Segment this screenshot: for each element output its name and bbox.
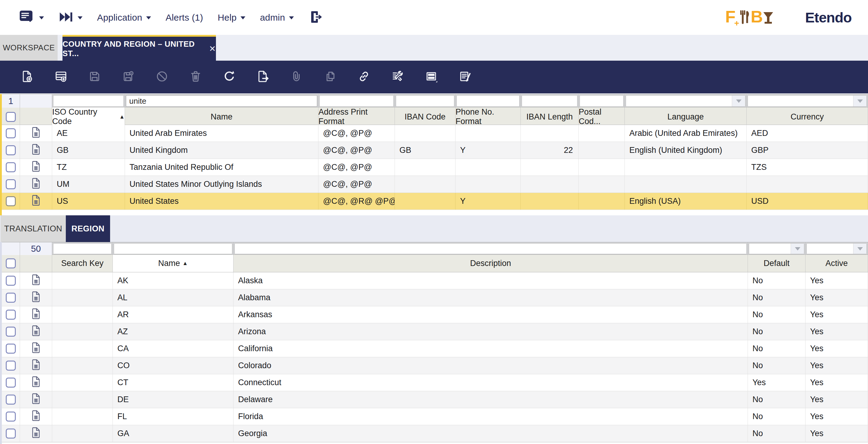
cell-active[interactable]: Yes [806,306,868,323]
subtab-region[interactable]: REGION [66,215,110,242]
cell-default[interactable]: Yes [748,374,806,391]
cell-name[interactable]: United States Minor Outlying Islands [125,176,318,193]
cell-name[interactable]: CA [113,340,234,357]
filter-description-input[interactable] [235,243,747,254]
table-row[interactable]: USUnited States@C@, @R@ @P@YEnglish (USA… [2,193,868,210]
column-header-name[interactable]: Name [125,107,318,126]
cell-active[interactable]: Yes [806,425,868,442]
table-row[interactable]: UMUnited States Minor Outlying Islands@C… [2,176,868,193]
cell-description[interactable]: Connecticut [234,374,748,391]
cell-name[interactable]: United States [125,193,318,210]
table-row[interactable]: CTConnecticutYesYes [2,374,868,391]
cell-description[interactable]: Arizona [234,323,748,340]
tab-country-and-region[interactable]: COUNTRY AND REGION – UNITED ST... ✕ [62,35,216,61]
grid-view-button[interactable] [424,70,438,84]
dropdown-arrow-icon[interactable] [853,96,866,106]
cell-description[interactable]: Arkansas [234,306,748,323]
cell-name[interactable]: United Kingdom [125,142,318,159]
cell-language[interactable]: English (United Kingdom) [625,142,747,159]
table-row[interactable]: COColoradoNoYes [2,357,868,374]
column-header-search-key[interactable]: Search Key [52,255,113,272]
cell-iban_len[interactable] [521,176,579,193]
cell-phone[interactable] [456,176,521,193]
row-checkbox[interactable] [6,344,16,354]
cell-key[interactable] [52,323,113,340]
filter-phone-input[interactable] [457,95,520,107]
application-menu[interactable]: Application [97,12,151,23]
record-icon-cell[interactable] [20,142,52,159]
record-icon-cell[interactable] [20,306,52,323]
cell-iban_len[interactable] [521,193,579,210]
row-checkbox[interactable] [6,429,16,439]
cell-key[interactable] [52,374,113,391]
tab-workspace[interactable]: WORKSPACE [0,35,58,61]
select-all-checkbox[interactable] [6,112,16,122]
table-row[interactable]: DEDelawareNoYes [2,391,868,408]
cell-key[interactable] [52,408,113,425]
cell-name[interactable]: GA [113,425,234,442]
cell-default[interactable]: No [748,272,806,289]
column-header-currency[interactable]: Currency [747,107,868,126]
cell-postal[interactable] [579,193,625,210]
cell-description[interactable]: Alaska [234,272,748,289]
filter-language-select[interactable] [626,95,745,107]
cell-key[interactable] [52,357,113,374]
link-button[interactable] [356,70,371,84]
export-button[interactable] [256,70,270,84]
column-header-postal[interactable]: Postal Cod... [579,107,625,126]
cell-active[interactable]: Yes [806,323,868,340]
filter-iso-input[interactable] [53,95,124,107]
row-checkbox[interactable] [6,162,16,172]
cell-name[interactable]: CT [113,374,234,391]
cell-active[interactable]: Yes [806,272,868,289]
new-row-button[interactable] [54,70,68,84]
table-row[interactable]: ARArkansasNoYes [2,306,868,323]
alerts-menu[interactable]: Alerts (1) [165,12,203,23]
record-icon-cell[interactable] [20,159,52,176]
cell-description[interactable]: Delaware [234,391,748,408]
record-icon-cell[interactable] [20,176,52,193]
row-checkbox[interactable] [6,327,16,337]
column-header-phone[interactable]: Phone No. Format [456,107,521,126]
cell-iban_len[interactable]: 22 [521,142,579,159]
cell-name[interactable]: AK [113,272,234,289]
cell-name[interactable]: FL [113,408,234,425]
column-header-region-name[interactable]: Name▲ [113,255,234,272]
cell-key[interactable] [52,391,113,408]
processes-button[interactable] [390,70,405,84]
table-row[interactable]: TZTanzania United Republic Of@C@, @P@TZS [2,159,868,176]
cell-default[interactable]: No [748,306,806,323]
row-checkbox[interactable] [6,293,16,303]
column-header-language[interactable]: Language [625,107,747,126]
cell-address[interactable]: @C@, @P@ [318,176,395,193]
select-all-checkbox[interactable] [6,258,16,268]
record-icon-cell[interactable] [20,374,52,391]
cell-active[interactable]: Yes [806,374,868,391]
cell-address[interactable]: @C@, @P@ [318,125,395,141]
filter-currency-select[interactable] [748,95,867,107]
cell-iso[interactable]: US [52,193,125,210]
quick-launch-button[interactable] [59,11,83,24]
dropdown-arrow-icon[interactable] [853,244,866,254]
record-icon-cell[interactable] [20,272,52,289]
cell-currency[interactable]: USD [747,193,868,210]
cell-postal[interactable] [579,176,625,193]
row-checkbox[interactable] [6,145,16,155]
table-row[interactable]: GBUnited Kingdom@C@, @P@GBY22English (Un… [2,142,868,159]
cell-name[interactable]: DE [113,391,234,408]
row-checkbox[interactable] [6,310,16,320]
row-checkbox[interactable] [6,276,16,286]
record-icon-cell[interactable] [20,289,52,306]
record-icon-cell[interactable] [20,357,52,374]
column-header-iso[interactable]: ISO Country Code▲ [52,107,125,126]
cell-phone[interactable]: Y [456,142,521,159]
cell-iban_len[interactable] [521,159,579,176]
subtab-translation[interactable]: TRANSLATION [1,215,66,242]
cell-phone[interactable] [456,125,521,141]
record-icon-cell[interactable] [20,323,52,340]
cell-phone[interactable] [456,159,521,176]
column-header-active[interactable]: Active [806,255,868,272]
table-row[interactable]: FLFloridaNoYes [2,408,868,425]
cell-key[interactable] [52,272,113,289]
cell-iban[interactable] [395,125,456,141]
